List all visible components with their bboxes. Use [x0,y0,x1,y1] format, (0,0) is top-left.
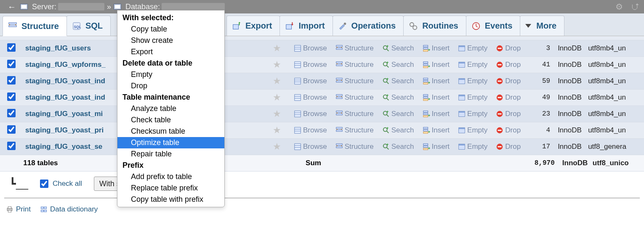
star-icon[interactable]: ★ [273,76,281,86]
ctx-analyze[interactable]: Analyze table [117,103,224,114]
action-structure[interactable]: Structure [331,126,378,135]
checkall-checkbox[interactable] [40,180,48,188]
star-icon[interactable]: ★ [273,141,281,152]
ctx-repair[interactable]: Repair table [117,148,224,160]
table-name-link[interactable]: staging_fUG_yoast_pri [25,126,104,134]
svg-rect-38 [423,64,428,66]
action-structure[interactable]: Structure [331,93,378,102]
action-empty[interactable]: Empty [454,77,492,85]
tab-export[interactable]: Export [226,16,280,36]
action-insert[interactable]: +Insert [418,61,454,69]
ctx-header-withselected: With selected: [117,12,224,24]
ctx-replace-prefix[interactable]: Replace table prefix [117,182,224,194]
action-empty[interactable]: Empty [454,143,492,151]
tab-sql[interactable]: SQL SQL [67,16,111,36]
data-dictionary-link[interactable]: Data dictionary [40,205,98,214]
action-search[interactable]: +Search [378,77,418,85]
action-empty[interactable]: Empty [454,44,492,53]
action-label: Insert [432,77,450,85]
action-search[interactable]: +Search [378,110,418,118]
action-drop[interactable]: Drop [492,77,525,85]
action-search[interactable]: +Search [378,61,418,69]
tab-structure[interactable]: Structure [3,16,67,36]
action-search[interactable]: +Search [378,44,418,53]
star-icon[interactable]: ★ [273,125,281,135]
action-insert[interactable]: +Insert [418,143,454,151]
action-browse[interactable]: Browse [290,61,331,69]
action-browse[interactable]: Browse [290,77,331,85]
star-icon[interactable]: ★ [273,43,281,53]
star-icon[interactable]: ★ [273,92,281,103]
action-browse[interactable]: Browse [290,93,331,102]
action-structure[interactable]: Structure [331,44,378,53]
table-name-link[interactable]: staging_fUG_wpforms_ [25,61,106,69]
ctx-add-prefix[interactable]: Add prefix to table [117,171,224,182]
action-empty[interactable]: Empty [454,61,492,69]
ctx-check[interactable]: Check table [117,114,224,126]
action-insert[interactable]: +Insert [418,44,454,53]
action-browse[interactable]: Browse [290,126,331,135]
tab-events[interactable]: Events [466,16,521,36]
action-structure[interactable]: Structure [331,143,378,151]
tab-more[interactable]: More [520,16,564,36]
action-browse[interactable]: Browse [290,110,331,118]
table-name-link[interactable]: staging_fUG_yoast_se [25,143,102,151]
action-search[interactable]: +Search [378,126,418,135]
action-structure[interactable]: Structure [331,61,378,69]
action-drop[interactable]: Drop [492,44,525,53]
action-structure[interactable]: Structure [331,110,378,118]
tab-import[interactable]: Import [279,16,333,36]
row-checkbox[interactable] [7,109,16,117]
action-drop[interactable]: Drop [492,93,525,102]
star-icon[interactable]: ★ [273,59,281,70]
row-checkbox[interactable] [7,60,16,68]
ctx-copy-prefix[interactable]: Copy table with prefix [117,194,224,205]
select-arrow-icon: ┗__ [9,177,28,190]
row-checkbox[interactable] [7,125,16,134]
star-icon[interactable]: ★ [273,108,281,119]
action-insert[interactable]: +Insert [418,77,454,85]
action-search[interactable]: +Search [378,93,418,102]
ctx-export[interactable]: Export [117,46,224,58]
ctx-show-create[interactable]: Show create [117,35,224,46]
table-name-link[interactable]: staging_fUG_users [25,44,91,52]
row-checkbox[interactable] [7,43,16,52]
table-name-link[interactable]: staging_fUG_yoast_ind [25,77,105,85]
collapse-icon[interactable]: ⮍ [631,2,639,12]
tab-operations[interactable]: Operations [333,16,404,36]
action-drop[interactable]: Drop [492,110,525,118]
ctx-optimize[interactable]: Optimize table [117,137,224,148]
separator [4,198,640,198]
action-drop[interactable]: Drop [492,61,525,69]
back-arrow[interactable]: ← [3,2,20,12]
table-name-link[interactable]: staging_fUG_yoast_mi [25,110,103,118]
action-insert[interactable]: +Insert [418,110,454,118]
tab-routines[interactable]: Routines [403,16,466,36]
action-search[interactable]: +Search [378,143,418,151]
ctx-empty[interactable]: Empty [117,69,224,80]
action-drop[interactable]: Drop [492,143,525,151]
insert-icon: + [423,94,430,101]
action-empty[interactable]: Empty [454,110,492,118]
print-link[interactable]: Print [6,205,31,214]
action-structure[interactable]: Structure [331,77,378,85]
action-browse[interactable]: Browse [290,44,331,53]
svg-rect-134 [423,148,428,150]
ctx-copy-table[interactable]: Copy table [117,24,224,35]
row-checkbox[interactable] [7,142,16,150]
gear-icon[interactable]: ⚙ [615,2,623,12]
row-checkbox[interactable] [7,92,16,101]
action-drop[interactable]: Drop [492,126,525,135]
action-insert[interactable]: +Insert [418,93,454,102]
action-browse[interactable]: Browse [290,143,331,151]
action-empty[interactable]: Empty [454,126,492,135]
checkall-link[interactable]: Check all [53,180,82,188]
tab-label: Routines [422,21,458,31]
svg-rect-29 [295,62,301,68]
action-insert[interactable]: +Insert [418,126,454,135]
action-empty[interactable]: Empty [454,93,492,102]
ctx-drop[interactable]: Drop [117,80,224,92]
row-checkbox[interactable] [7,76,16,84]
table-name-link[interactable]: staging_fUG_yoast_ind [25,93,105,101]
ctx-checksum[interactable]: Checksum table [117,126,224,137]
